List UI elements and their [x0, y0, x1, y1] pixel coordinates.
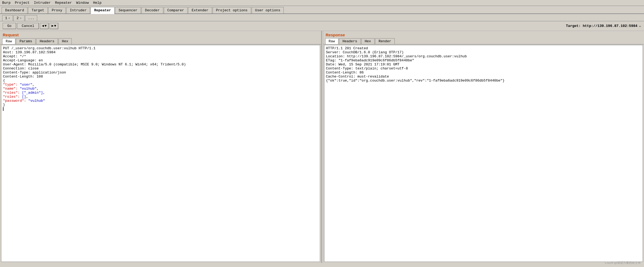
forward-dropdown-arrow[interactable]: ▼: [54, 24, 56, 28]
menu-help[interactable]: Help: [93, 1, 101, 5]
tab-comparer[interactable]: Comparer: [164, 7, 188, 13]
repeater-tab-2-label: 2: [16, 16, 19, 20]
target-label: Target: http://139.196.87.102:5984: [566, 24, 637, 28]
response-tab-hex[interactable]: Hex: [361, 38, 375, 44]
menu-bar: Burp Project Intruder Repeater Window He…: [0, 0, 644, 6]
response-body[interactable]: HTTP/1.1 201 CreatedServer: CouchDB/1.6.…: [324, 45, 643, 262]
response-panel: Response Raw Headers Hex Render HTTP/1.1…: [323, 31, 644, 263]
request-tab-params[interactable]: Params: [16, 38, 36, 44]
tab-proxy[interactable]: Proxy: [48, 7, 66, 13]
repeater-tab-more-label: ...: [28, 16, 34, 20]
response-tab-headers[interactable]: Headers: [339, 38, 361, 44]
main-content: Request Raw Params Headers Hex PUT /_use…: [0, 31, 644, 263]
tab-target[interactable]: Target: [28, 7, 48, 13]
back-button[interactable]: ◄: [42, 24, 44, 28]
response-tabs: Raw Headers Hex Render: [323, 38, 644, 44]
back-dropdown-arrow[interactable]: ▼: [44, 24, 47, 28]
request-tab-raw[interactable]: Raw: [2, 38, 15, 44]
go-button[interactable]: Go: [3, 23, 16, 29]
tab-decoder[interactable]: Decoder: [141, 7, 163, 13]
tab-dashboard[interactable]: Dashboard: [2, 7, 27, 13]
request-tab-headers[interactable]: Headers: [36, 38, 58, 44]
repeater-tab-1-label: 1: [5, 16, 7, 20]
tab-user-options[interactable]: User options: [252, 7, 284, 13]
toolbar: Go Cancel ◄ ▼ ► ▼ Target: http://139.196…: [0, 21, 644, 31]
edit-target-icon[interactable]: ✏: [639, 24, 641, 28]
forward-button[interactable]: ►: [51, 24, 54, 28]
top-tab-bar: Dashboard Target Proxy Intruder Repeater…: [0, 6, 644, 14]
menu-window[interactable]: Window: [76, 1, 89, 5]
back-nav-group[interactable]: ◄ ▼: [40, 23, 49, 29]
menu-project[interactable]: Project: [15, 1, 30, 5]
menu-repeater[interactable]: Repeater: [55, 1, 72, 5]
request-tab-hex[interactable]: Hex: [58, 38, 72, 44]
response-tab-render[interactable]: Render: [375, 38, 395, 44]
repeater-tab-2-close[interactable]: ×: [20, 17, 22, 20]
response-tab-raw[interactable]: Raw: [325, 38, 338, 44]
repeater-tab-more[interactable]: ...: [25, 15, 37, 21]
watermark: CSDN @渴望力量的哈士奇: [605, 261, 641, 263]
repeater-tab-2[interactable]: 2 ×: [13, 15, 24, 21]
repeater-tab-bar: 1 × 2 × ...: [0, 14, 644, 21]
cancel-button[interactable]: Cancel: [17, 23, 39, 29]
tab-project-options[interactable]: Project options: [213, 7, 251, 13]
toolbar-left: Go Cancel ◄ ▼ ► ▼: [3, 23, 58, 29]
tab-repeater[interactable]: Repeater: [91, 7, 114, 14]
tab-extender[interactable]: Extender: [188, 7, 212, 13]
tab-sequencer[interactable]: Sequencer: [115, 7, 141, 13]
forward-nav-group[interactable]: ► ▼: [50, 23, 58, 29]
request-body[interactable]: PUT /_users/org.couchdb.user:vulhub HTTP…: [1, 45, 320, 262]
menu-intruder[interactable]: Intruder: [34, 1, 51, 5]
repeater-tab-1-close[interactable]: ×: [8, 17, 10, 20]
tab-intruder[interactable]: Intruder: [66, 7, 90, 13]
menu-burp[interactable]: Burp: [2, 1, 11, 5]
request-title: Request: [0, 31, 321, 38]
request-panel: Request Raw Params Headers Hex PUT /_use…: [0, 31, 321, 263]
response-title: Response: [323, 31, 644, 38]
repeater-tab-1[interactable]: 1 ×: [2, 15, 13, 21]
request-tabs: Raw Params Headers Hex: [0, 38, 321, 44]
target-area: Target: http://139.196.87.102:5984 ✏: [566, 24, 641, 28]
